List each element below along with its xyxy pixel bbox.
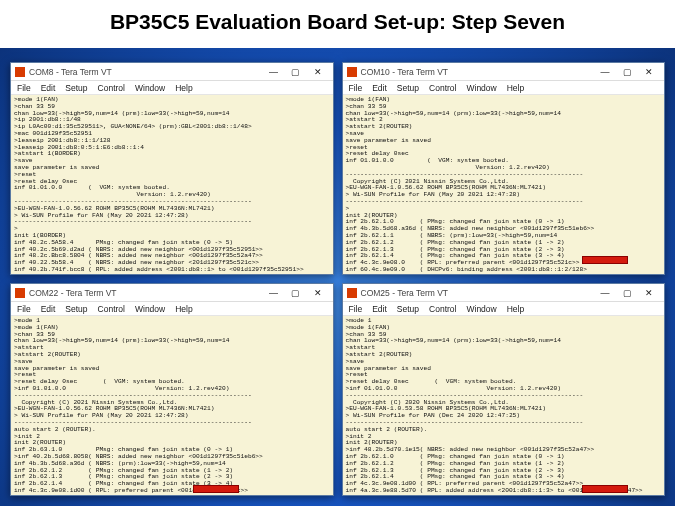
maximize-button[interactable]: ▢: [616, 65, 638, 79]
menu-item-file[interactable]: File: [349, 304, 363, 314]
minimize-button[interactable]: —: [594, 65, 616, 79]
menu-item-help[interactable]: Help: [175, 304, 192, 314]
highlight-box: [582, 485, 628, 493]
menu-item-setup[interactable]: Setup: [65, 304, 87, 314]
window-title-text: COM22 - Tera Term VT: [29, 288, 263, 298]
menu-item-edit[interactable]: Edit: [372, 304, 387, 314]
window-buttons: —▢✕: [594, 286, 660, 300]
terminal-window: COM8 - Tera Term VT—▢✕FileEditSetupContr…: [10, 62, 334, 275]
window-buttons: —▢✕: [263, 65, 329, 79]
menu-item-file[interactable]: File: [17, 83, 31, 93]
menu-bar: FileEditSetupControlWindowHelp: [11, 81, 333, 95]
terminal-window: COM10 - Tera Term VT—▢✕FileEditSetupCont…: [342, 62, 666, 275]
teraterm-icon: [15, 288, 25, 298]
close-button[interactable]: ✕: [638, 286, 660, 300]
close-button[interactable]: ✕: [638, 65, 660, 79]
window-buttons: —▢✕: [263, 286, 329, 300]
menu-item-help[interactable]: Help: [175, 83, 192, 93]
terminal-content[interactable]: >mode 1 >mode 1(FAN) >chan 33 59 chan lo…: [11, 316, 333, 495]
terminal-content[interactable]: >mode 1(FAN) >chan 33 59 chan low=33(->h…: [343, 95, 665, 274]
window-title-text: COM10 - Tera Term VT: [361, 67, 595, 77]
menu-item-control[interactable]: Control: [429, 83, 456, 93]
menu-item-file[interactable]: File: [349, 83, 363, 93]
terminal-content[interactable]: >mode 1(FAN) >chan 33 59 chan low=33(->h…: [11, 95, 333, 274]
maximize-button[interactable]: ▢: [285, 286, 307, 300]
minimize-button[interactable]: —: [263, 286, 285, 300]
teraterm-icon: [347, 288, 357, 298]
close-button[interactable]: ✕: [307, 286, 329, 300]
menu-item-window[interactable]: Window: [135, 83, 165, 93]
menu-item-help[interactable]: Help: [507, 83, 524, 93]
window-buttons: —▢✕: [594, 65, 660, 79]
terminal-content[interactable]: >mode 1 >mode 1(FAN) >chan 33 59 chan lo…: [343, 316, 665, 495]
highlight-box: [582, 256, 628, 264]
terminal-grid: COM8 - Tera Term VT—▢✕FileEditSetupContr…: [10, 62, 665, 496]
menu-bar: FileEditSetupControlWindowHelp: [11, 302, 333, 316]
menu-item-setup[interactable]: Setup: [397, 304, 419, 314]
terminal-window: COM25 - Tera Term VT—▢✕FileEditSetupCont…: [342, 283, 666, 496]
maximize-button[interactable]: ▢: [616, 286, 638, 300]
minimize-button[interactable]: —: [263, 65, 285, 79]
menu-item-window[interactable]: Window: [466, 304, 496, 314]
maximize-button[interactable]: ▢: [285, 65, 307, 79]
menu-bar: FileEditSetupControlWindowHelp: [343, 81, 665, 95]
window-title-text: COM8 - Tera Term VT: [29, 67, 263, 77]
menu-item-file[interactable]: File: [17, 304, 31, 314]
menu-item-control[interactable]: Control: [98, 304, 125, 314]
title-bar: COM25 - Tera Term VT—▢✕: [343, 284, 665, 302]
menu-item-window[interactable]: Window: [466, 83, 496, 93]
window-title-text: COM25 - Tera Term VT: [361, 288, 595, 298]
teraterm-icon: [347, 67, 357, 77]
minimize-button[interactable]: —: [594, 286, 616, 300]
menu-item-control[interactable]: Control: [429, 304, 456, 314]
menu-item-edit[interactable]: Edit: [41, 83, 56, 93]
menu-item-edit[interactable]: Edit: [41, 304, 56, 314]
highlight-box: [193, 485, 239, 493]
terminal-window: COM22 - Tera Term VT—▢✕FileEditSetupCont…: [10, 283, 334, 496]
close-button[interactable]: ✕: [307, 65, 329, 79]
menu-item-edit[interactable]: Edit: [372, 83, 387, 93]
teraterm-icon: [15, 67, 25, 77]
menu-item-help[interactable]: Help: [507, 304, 524, 314]
title-bar: COM8 - Tera Term VT—▢✕: [11, 63, 333, 81]
menu-item-control[interactable]: Control: [98, 83, 125, 93]
menu-bar: FileEditSetupControlWindowHelp: [343, 302, 665, 316]
page-title: BP35C5 Evaluation Board Set-up: Step Sev…: [0, 0, 675, 48]
menu-item-setup[interactable]: Setup: [397, 83, 419, 93]
menu-item-window[interactable]: Window: [135, 304, 165, 314]
title-bar: COM10 - Tera Term VT—▢✕: [343, 63, 665, 81]
title-bar: COM22 - Tera Term VT—▢✕: [11, 284, 333, 302]
menu-item-setup[interactable]: Setup: [65, 83, 87, 93]
